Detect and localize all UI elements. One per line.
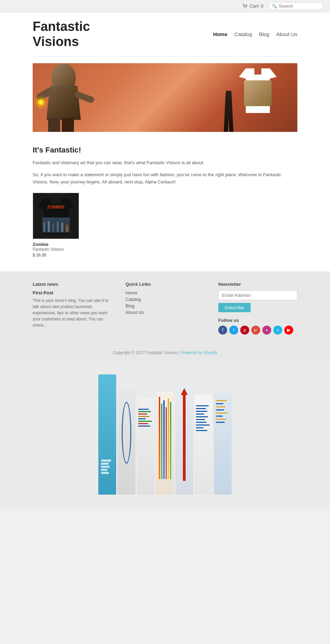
footer-links-title: Quick Links (125, 282, 205, 287)
section-heading: It's Fantastic! (33, 146, 297, 155)
product-vendor: Fantastic Visions (33, 247, 79, 252)
zombie-text-label: ZOMBIE (47, 204, 65, 210)
search-input[interactable] (279, 3, 320, 9)
showcase-item-7-content (216, 400, 230, 425)
cart-icon (242, 4, 248, 9)
search-icon: 🔍 (272, 4, 277, 9)
footer-columns: Latest news First Post This is your stor… (33, 282, 297, 335)
product-grid: ZOMBIE Zombie Fantastic Visions (33, 193, 297, 258)
hero-section (33, 63, 297, 132)
main-container: Fantastic Visions Home Catalog Blog Abou… (0, 12, 330, 361)
site-footer: Latest news First Post This is your stor… (0, 271, 330, 345)
hero-mummy-area (33, 63, 108, 132)
showcase-item-3-lines (138, 409, 153, 428)
subscribe-button[interactable]: Subscribe (218, 303, 251, 312)
footer-bottom: Copyright © 2017 Fantastic Visions | Pow… (0, 345, 330, 361)
showcase-item-6[interactable] (195, 395, 212, 495)
showcase-item-1-content (101, 460, 113, 474)
footer-link-home[interactable]: Home (125, 290, 205, 295)
product-card-zombie[interactable]: ZOMBIE Zombie Fantastic Visions (33, 193, 79, 258)
pinterest-icon[interactable]: p (240, 326, 249, 335)
google-plus-icon[interactable]: g+ (251, 326, 260, 335)
powered-by-link[interactable]: Powered by Shopify (180, 350, 217, 355)
footer-link-blog[interactable]: Blog (125, 303, 205, 308)
hero-shirt-shape (239, 68, 277, 113)
footer-col-news: Latest news First Post This is your stor… (33, 282, 112, 328)
zombie-shirt-figures (42, 217, 70, 233)
copyright-text: Copyright © 2017 Fantastic Visions | (113, 350, 180, 355)
site-nav: Home Catalog Blog About Us (213, 31, 297, 37)
social-icons: f t p g+ ● v ▶ (218, 326, 297, 335)
newsletter-email-input[interactable] (218, 290, 297, 300)
svg-point-1 (246, 8, 247, 8)
zombie-shirt-wrapper: ZOMBIE (37, 197, 75, 235)
nav-blog[interactable]: Blog (259, 31, 269, 37)
hero-mummy-body (40, 63, 88, 132)
footer-post-text: This is your store's blog. You can use i… (33, 297, 112, 328)
vimeo-icon[interactable]: v (273, 326, 282, 335)
product-name: Zombie (33, 242, 79, 247)
cart-label: Cart: 0 (250, 3, 263, 9)
footer-col-newsletter: Newsletter Subscribe Follow us f t p g+ … (218, 282, 297, 335)
footer-newsletter-title: Newsletter (218, 282, 297, 287)
footer-col-links: Quick Links Home Catalog Blog About Us (125, 282, 205, 316)
follow-us-title: Follow us (218, 318, 297, 323)
showcase-item-4[interactable] (156, 392, 174, 495)
footer-link-about[interactable]: About Us (125, 310, 205, 315)
showcase-item-1[interactable] (98, 374, 116, 495)
twitter-icon[interactable]: t (229, 326, 238, 335)
hero-shirt-area (239, 68, 277, 113)
svg-point-0 (244, 8, 245, 8)
youtube-icon[interactable]: ▶ (284, 326, 293, 335)
product-image-zombie[interactable]: ZOMBIE (33, 193, 79, 239)
showcase-items (98, 374, 232, 495)
footer-link-catalog[interactable]: Catalog (125, 297, 205, 302)
showcase-item-2-oval (122, 402, 131, 464)
hero-small-figure (222, 91, 235, 132)
instagram-icon[interactable]: ● (262, 326, 271, 335)
content-paragraph-1: Fantastic and Visionary art that you can… (33, 159, 297, 167)
site-title: Fantastic Visions (33, 19, 90, 49)
content-area: It's Fantastic! Fantastic and Visionary … (0, 139, 330, 264)
header-divider (33, 56, 297, 56)
nav-about-us[interactable]: About Us (276, 31, 297, 37)
showcase-item-2[interactable] (118, 388, 135, 495)
facebook-icon[interactable]: f (218, 326, 227, 335)
nav-catalog[interactable]: Catalog (234, 31, 252, 37)
showcase-item-6-content (196, 405, 211, 433)
showcase-item-5-shape (183, 392, 186, 481)
search-box[interactable]: 🔍 (269, 2, 323, 10)
showcase-item-3[interactable] (137, 398, 155, 495)
showcase-item-5[interactable] (175, 385, 193, 495)
showcase-item-7[interactable] (214, 393, 232, 495)
showcase-section (0, 361, 330, 508)
top-bar: Cart: 0 🔍 (0, 0, 330, 12)
site-header: Fantastic Visions Home Catalog Blog Abou… (0, 12, 330, 56)
footer-post-title[interactable]: First Post (33, 290, 112, 295)
product-price: $ 36.95 (33, 253, 79, 258)
nav-home[interactable]: Home (213, 31, 228, 37)
content-paragraph-2: So, if you want to make a statement or s… (33, 171, 297, 186)
cart-area[interactable]: Cart: 0 (242, 3, 263, 9)
footer-news-title: Latest news (33, 282, 112, 287)
showcase-item-4-strokes (159, 397, 171, 479)
